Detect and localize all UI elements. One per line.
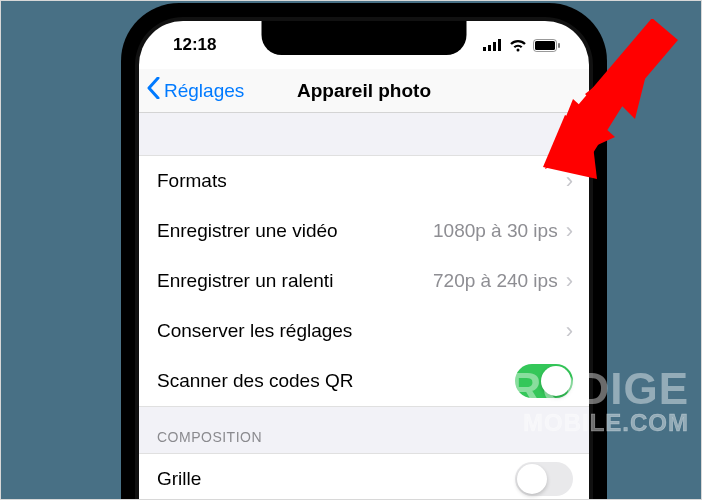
chevron-right-icon: ›	[566, 270, 573, 292]
chevron-right-icon: ›	[566, 320, 573, 342]
section-header-composition: COMPOSITION	[139, 407, 589, 453]
row-grid: Grille	[139, 454, 589, 500]
back-button[interactable]: Réglages	[147, 77, 244, 104]
row-preserve-settings[interactable]: Conserver les réglages ›	[139, 306, 589, 356]
back-label: Réglages	[164, 80, 244, 102]
row-label: Enregistrer un ralenti	[157, 270, 433, 292]
nav-bar: Réglages Appareil photo	[139, 69, 589, 113]
header-gap	[139, 113, 589, 155]
status-time: 12:18	[173, 35, 216, 55]
row-label: Conserver les réglages	[157, 320, 566, 342]
battery-icon	[533, 39, 561, 52]
row-label: Scanner des codes QR	[157, 370, 515, 392]
row-value: 1080p à 30 ips	[433, 220, 558, 242]
svg-rect-5	[535, 41, 555, 50]
svg-rect-3	[498, 39, 501, 51]
row-record-video[interactable]: Enregistrer une vidéo 1080p à 30 ips ›	[139, 206, 589, 256]
row-label: Formats	[157, 170, 566, 192]
signal-icon	[483, 39, 503, 51]
chevron-right-icon: ›	[566, 170, 573, 192]
screen: 12:18 Ré	[139, 21, 589, 500]
toggle-grid[interactable]	[515, 462, 573, 496]
phone-bezel: 12:18 Ré	[135, 17, 593, 500]
row-formats[interactable]: Formats ›	[139, 156, 589, 206]
chevron-left-icon	[147, 77, 160, 104]
row-scan-qr: Scanner des codes QR	[139, 356, 589, 406]
row-label: Grille	[157, 468, 515, 490]
row-value: 720p à 240 ips	[433, 270, 558, 292]
row-label: Enregistrer une vidéo	[157, 220, 433, 242]
wifi-icon	[509, 39, 527, 52]
toggle-scan-qr[interactable]	[515, 364, 573, 398]
row-record-slomo[interactable]: Enregistrer un ralenti 720p à 240 ips ›	[139, 256, 589, 306]
svg-rect-2	[493, 42, 496, 51]
svg-rect-6	[558, 43, 560, 48]
chevron-right-icon: ›	[566, 220, 573, 242]
phone-frame: 12:18 Ré	[121, 3, 607, 500]
svg-rect-0	[483, 47, 486, 51]
page-title: Appareil photo	[297, 80, 431, 102]
svg-rect-1	[488, 45, 491, 51]
notch	[262, 21, 467, 55]
